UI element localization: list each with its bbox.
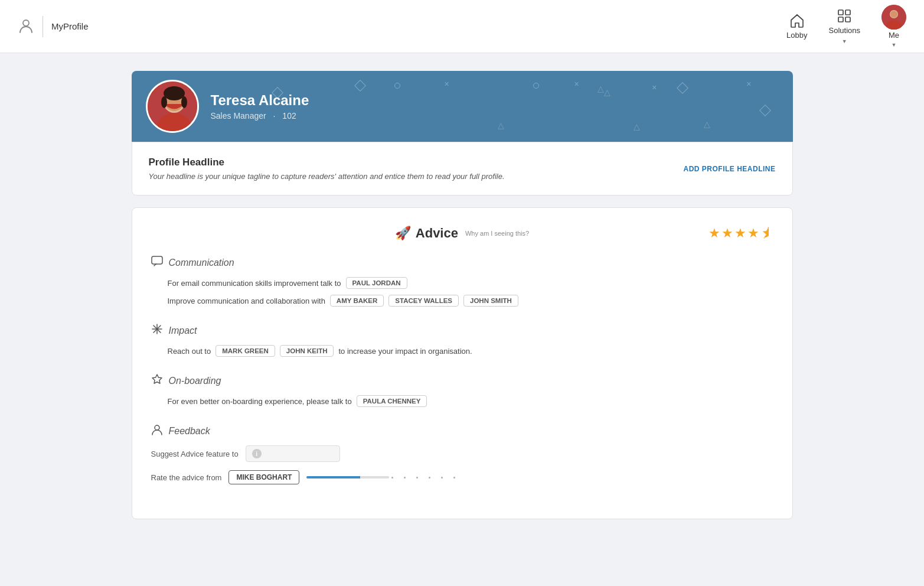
headline-description: Your headline is your unique tagline to …	[149, 172, 505, 181]
communication-icon	[151, 255, 163, 270]
solutions-chevron: ▼	[842, 38, 847, 44]
triangle-4: △	[598, 84, 604, 93]
my-profile-label[interactable]: MyProfile	[51, 21, 89, 31]
svg-rect-3	[838, 17, 843, 22]
dot-2	[404, 477, 406, 478]
profile-avatar	[146, 80, 199, 133]
svg-point-0	[23, 20, 29, 26]
triangle-2: △	[604, 87, 610, 97]
nav-divider	[43, 16, 43, 37]
dot-6	[453, 477, 455, 478]
onboarding-icon	[151, 373, 163, 388]
nav-solutions[interactable]: Solutions ▼	[829, 8, 860, 44]
onboarding-title: On-boarding	[169, 376, 221, 386]
headline-text-section: Profile Headline Your headline is your u…	[149, 157, 505, 181]
triangle-1: △	[498, 121, 504, 130]
paul-jordan-tag[interactable]: PAUL JORDAN	[346, 277, 407, 289]
svg-point-14	[161, 96, 167, 108]
mike-boghart-tag[interactable]: MIKE BOGHART	[228, 470, 299, 484]
svg-point-8	[890, 11, 897, 18]
feedback-title: Feedback	[169, 426, 210, 437]
suggest-input[interactable]: i	[246, 445, 340, 462]
communication-section: Communication For email communication sk…	[151, 255, 773, 307]
impact-title: Impact	[169, 325, 197, 336]
lobby-label: Lobby	[786, 31, 807, 40]
svg-rect-16	[152, 256, 162, 264]
advice-card: 🚀 Advice Why am I seeing this? ★ ★ ★ ★ ⯨	[132, 207, 793, 519]
impact-header: Impact	[151, 323, 773, 338]
nav-lobby[interactable]: Lobby	[786, 13, 807, 40]
impact-row-1: Reach out to MARK GREEN JOHN KEITH to in…	[168, 345, 773, 357]
comm-row1-prefix: For email communication skills improveme…	[168, 279, 341, 288]
rocket-icon: 🚀	[395, 226, 411, 241]
impact-section: Impact Reach out to MARK GREEN JOHN KEIT…	[151, 323, 773, 357]
person-icon-feedback	[151, 424, 163, 435]
communication-row-2: Improve communication and collaboration …	[168, 295, 773, 307]
svg-rect-1	[838, 10, 843, 15]
impact-row1-prefix: Reach out to	[168, 347, 211, 356]
star-1: ★	[708, 226, 720, 241]
svg-point-15	[181, 96, 187, 108]
communication-row-1: For email communication skills improveme…	[168, 277, 773, 289]
onboarding-header: On-boarding	[151, 373, 773, 388]
rating-slider-container	[306, 476, 455, 478]
circle-shape-2	[533, 83, 539, 89]
triangle-5: △	[704, 119, 710, 129]
star-3: ★	[734, 226, 746, 241]
top-navigation: MyProfile Lobby Solutions ▼	[0, 0, 924, 53]
chat-icon	[151, 255, 163, 267]
mark-green-tag[interactable]: MARK GREEN	[216, 345, 275, 357]
nav-left: MyProfile	[18, 16, 89, 37]
profile-subtitle: Sales Manager · 102	[211, 111, 309, 121]
impact-cross-icon	[151, 323, 163, 335]
rate-label: Rate the advice from	[151, 473, 222, 482]
rate-row: Rate the advice from MIKE BOGHART	[151, 470, 773, 484]
communication-title: Communication	[169, 258, 234, 268]
user-avatar[interactable]	[881, 5, 906, 30]
john-keith-tag[interactable]: JOHN KEITH	[280, 345, 334, 357]
onboarding-row-1: For even better on-boarding experience, …	[168, 395, 773, 407]
why-label[interactable]: Why am I seeing this?	[465, 230, 529, 237]
x-mark-2: ×	[574, 79, 579, 89]
diamond-shape-2	[354, 80, 366, 92]
stacey-walles-tag[interactable]: STACEY WALLES	[388, 295, 459, 307]
profile-info: Teresa Alcaine Sales Manager · 102	[211, 92, 309, 121]
advice-rating-stars: ★ ★ ★ ★ ⯨	[708, 226, 773, 241]
add-headline-link[interactable]: ADD PROFILE HEADLINE	[683, 165, 775, 173]
profile-name: Teresa Alcaine	[211, 92, 309, 109]
feedback-icon	[151, 424, 163, 438]
me-label: Me	[889, 31, 899, 40]
svg-rect-2	[845, 10, 850, 15]
onboarding-row1-prefix: For even better on-boarding experience, …	[168, 397, 352, 406]
profile-role: Sales Manager	[211, 111, 266, 121]
home-icon	[789, 13, 805, 28]
profile-avatar-image	[148, 82, 199, 133]
dot-5	[441, 477, 443, 478]
profile-headline-card: Profile Headline Your headline is your u…	[132, 142, 793, 196]
amy-baker-tag[interactable]: AMY BAKER	[330, 295, 384, 307]
paula-chenney-tag[interactable]: PAULA CHENNEY	[357, 395, 427, 407]
advice-title-row: 🚀 Advice Why am I seeing this?	[151, 226, 773, 241]
slider-dots	[391, 477, 455, 478]
impact-row1-suffix: to increase your impact in organisation.	[338, 347, 472, 356]
svg-point-13	[164, 86, 185, 100]
rating-slider[interactable]	[306, 476, 389, 478]
main-content: × × × × △ △ △ △ △	[120, 53, 805, 537]
person-icon	[18, 17, 34, 36]
svg-rect-4	[845, 17, 850, 22]
comm-row2-prefix: Improve communication and collaboration …	[168, 297, 325, 305]
suggest-row: Suggest Advice feature to i	[151, 445, 773, 462]
profile-dot: ·	[273, 111, 276, 121]
suggest-label: Suggest Advice feature to	[151, 450, 239, 458]
dot-1	[391, 477, 393, 478]
svg-point-21	[155, 425, 159, 430]
me-chevron: ▼	[892, 42, 897, 48]
x-mark-4: ×	[746, 79, 751, 89]
profile-header-card: × × × × △ △ △ △ △	[132, 71, 793, 142]
feedback-header: Feedback	[151, 424, 773, 438]
solutions-label: Solutions	[829, 26, 860, 35]
john-smith-tag[interactable]: JOHN SMITH	[463, 295, 518, 307]
star-icon	[151, 373, 163, 385]
impact-icon	[151, 323, 163, 338]
nav-me[interactable]: Me ▼	[881, 5, 906, 48]
